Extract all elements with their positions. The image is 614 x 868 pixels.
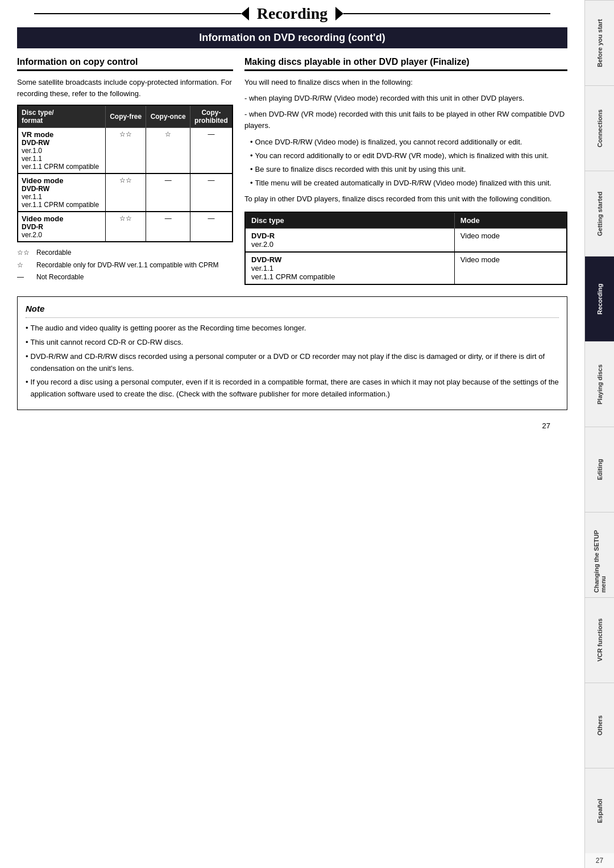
col-header-copy-once: Copy-once	[146, 105, 190, 128]
note-bullet-text: DVD-R/RW and CD-R/RW discs recorded usin…	[31, 351, 559, 375]
note-box: Note •The audio and video quality is get…	[17, 296, 567, 410]
note-bullet-dot: •	[26, 337, 28, 349]
sidebar-tab-vcr-functions: VCR functions	[585, 597, 614, 683]
note-list: •The audio and video quality is getting …	[26, 323, 559, 400]
finalize-disc-cell: DVD-Rver.2.0	[245, 229, 454, 253]
sidebar-page-number: 27	[585, 853, 614, 868]
left-column: Information on copy control Some satelli…	[17, 57, 233, 285]
right-subsection-title: Making discs playable in other DVD playe…	[244, 57, 567, 71]
left-subsection-title: Information on copy control	[17, 57, 233, 71]
copy-prohibited-cell: —	[190, 173, 233, 212]
copy-once-cell: —	[146, 173, 190, 212]
note-bullet-dot: •	[26, 323, 28, 334]
copy-prohibited-cell: —	[190, 212, 233, 242]
note-title: Note	[26, 304, 559, 313]
section-header: Information on DVD recording (cont'd)	[17, 27, 567, 48]
copy-prohibited-cell: —	[190, 128, 233, 174]
copy-free-cell: ☆☆	[106, 212, 146, 242]
sidebar-tab-before-you-start: Before you start	[585, 0, 614, 85]
copy-free-cell: ☆☆	[106, 128, 146, 174]
sidebar-tab-editing: Editing	[585, 427, 614, 512]
legend-symbol: ☆	[17, 259, 34, 272]
bullet-item: •Title menu will be created automaticall…	[250, 177, 567, 189]
page-title: Recording	[251, 5, 333, 23]
bullet-text: You can record additionally to or edit D…	[255, 150, 549, 162]
finalize-disc-cell: DVD-RWver.1.1ver.1.1 CPRM compatible	[245, 252, 454, 284]
legend-item: —Not Recordable	[17, 271, 233, 284]
legend-text: Not Recordable	[36, 271, 84, 284]
title-line-left	[34, 13, 241, 14]
bullet-item: •Once DVD-R/RW (Video mode) is finalized…	[250, 137, 567, 148]
finalize-table-row: DVD-Rver.2.0 Video mode	[245, 229, 567, 253]
page-wrapper: Recording Information on DVD recording (…	[0, 0, 614, 868]
finalize-table: Disc type Mode DVD-Rver.2.0 Video mode D…	[244, 212, 567, 285]
legend-item: ☆Recordable only for DVD-RW ver.1.1 comp…	[17, 259, 233, 272]
note-bullet-dot: •	[26, 351, 28, 375]
bullet-text: Once DVD-R/RW (Video mode) is finalized,…	[255, 137, 522, 148]
bullet-text: Title menu will be created automatically…	[255, 177, 551, 189]
page-title-bar: Recording	[0, 0, 584, 27]
note-item: •If you record a disc using a personal c…	[26, 377, 559, 400]
main-content: Recording Information on DVD recording (…	[0, 0, 584, 868]
bullet-text: Be sure to finalize discs recorded with …	[255, 164, 466, 175]
right-intro-texts: You will need to finalize discs when in …	[244, 77, 567, 132]
col-header-disc: Disc type/format	[18, 105, 106, 128]
disc-type-cell: Video mode DVD-R ver.2.0	[18, 212, 106, 242]
sidebar-tab-español: Español	[585, 768, 614, 853]
bullet-dot: •	[250, 164, 253, 175]
note-bullet-text: The audio and video quality is getting p…	[31, 323, 306, 334]
note-dots	[26, 316, 559, 318]
title-bracket-left	[241, 7, 249, 20]
right-closing-text: To play in other DVD players, finalize d…	[244, 193, 567, 205]
copy-free-cell: ☆☆	[106, 173, 146, 212]
table-row: VR mode DVD-RW ver.1.0ver.1.1ver.1.1 CPR…	[18, 128, 233, 174]
disc-type-cell: VR mode DVD-RW ver.1.0ver.1.1ver.1.1 CPR…	[18, 128, 106, 174]
col-header-copy-prohibited: Copy-prohibited	[190, 105, 233, 128]
disc-type-cell: Video mode DVD-RW ver.1.1ver.1.1 CPRM co…	[18, 173, 106, 212]
sidebar-tab-changing-the-setup-menu: Changing the SETUP menu	[585, 512, 614, 597]
right-sidebar: Before you startConnectionsGetting start…	[584, 0, 614, 868]
right-column: Making discs playable in other DVD playe…	[244, 57, 567, 285]
note-bullet-text: If you record a disc using a personal co…	[31, 377, 559, 400]
note-item: •DVD-R/RW and CD-R/RW discs recorded usi…	[26, 351, 559, 375]
sidebar-tab-recording: Recording	[585, 256, 614, 341]
right-intro-text: You will need to finalize discs when in …	[244, 77, 567, 88]
legend-item: ☆☆Recordable	[17, 247, 233, 259]
col-header-copy-free: Copy-free	[106, 105, 146, 128]
note-bullet-dot: •	[26, 377, 28, 400]
legend-text: Recordable only for DVD-RW ver.1.1 compa…	[36, 259, 219, 272]
bullet-item: •You can record additionally to or edit …	[250, 150, 567, 162]
bullet-dot: •	[250, 150, 253, 162]
left-intro-text: Some satellite broadcasts include copy-p…	[17, 77, 233, 99]
copy-once-cell: —	[146, 212, 190, 242]
right-bullets: •Once DVD-R/RW (Video mode) is finalized…	[244, 137, 567, 189]
sidebar-tab-playing-discs: Playing discs	[585, 341, 614, 427]
title-line-right	[343, 13, 550, 14]
finalize-col-mode: Mode	[454, 212, 567, 229]
page-number: 27	[542, 421, 550, 430]
finalize-table-row: DVD-RWver.1.1ver.1.1 CPRM compatible Vid…	[245, 252, 567, 284]
legend-symbol: ☆☆	[17, 247, 34, 259]
bullet-dot: •	[250, 177, 253, 189]
note-item: •This unit cannot record CD-R or CD-RW d…	[26, 337, 559, 349]
sidebar-tab-getting-started: Getting started	[585, 171, 614, 256]
sidebar-tab-others: Others	[585, 683, 614, 768]
finalize-col-disc: Disc type	[245, 212, 454, 229]
two-column-layout: Information on copy control Some satelli…	[0, 48, 584, 285]
legend-symbol: —	[17, 271, 34, 284]
copy-control-table: Disc type/format Copy-free Copy-once Cop…	[17, 105, 233, 242]
table-row: Video mode DVD-R ver.2.0 ☆☆ — —	[18, 212, 233, 242]
note-bullet-text: This unit cannot record CD-R or CD-RW di…	[31, 337, 184, 349]
note-item: •The audio and video quality is getting …	[26, 323, 559, 334]
bullet-dot: •	[250, 137, 253, 148]
sidebar-tab-connections: Connections	[585, 85, 614, 171]
page-number-area: 27	[0, 421, 584, 430]
finalize-mode-cell: Video mode	[454, 229, 567, 253]
copy-once-cell: ☆	[146, 128, 190, 174]
right-intro-text: - when playing DVD-R/RW (Video mode) rec…	[244, 93, 567, 104]
table-legend: ☆☆Recordable☆Recordable only for DVD-RW …	[17, 247, 233, 284]
title-bracket-right	[335, 7, 343, 20]
finalize-mode-cell: Video mode	[454, 252, 567, 284]
right-intro-text: - when DVD-RW (VR mode) recorded with th…	[244, 109, 567, 131]
table-row: Video mode DVD-RW ver.1.1ver.1.1 CPRM co…	[18, 173, 233, 212]
